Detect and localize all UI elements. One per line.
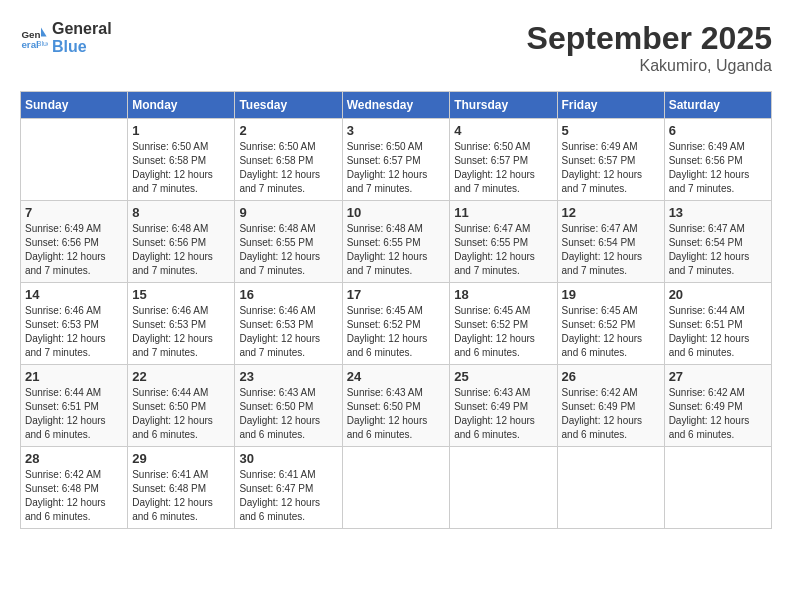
calendar-week-row: 1Sunrise: 6:50 AM Sunset: 6:58 PM Daylig…: [21, 119, 772, 201]
day-info: Sunrise: 6:44 AM Sunset: 6:50 PM Dayligh…: [132, 386, 230, 442]
day-info: Sunrise: 6:42 AM Sunset: 6:48 PM Dayligh…: [25, 468, 123, 524]
day-info: Sunrise: 6:43 AM Sunset: 6:50 PM Dayligh…: [239, 386, 337, 442]
day-info: Sunrise: 6:45 AM Sunset: 6:52 PM Dayligh…: [562, 304, 660, 360]
day-number: 24: [347, 369, 446, 384]
day-number: 18: [454, 287, 552, 302]
day-number: 15: [132, 287, 230, 302]
calendar-cell: 20Sunrise: 6:44 AM Sunset: 6:51 PM Dayli…: [664, 283, 771, 365]
logo-line1: General: [52, 20, 112, 38]
day-info: Sunrise: 6:50 AM Sunset: 6:58 PM Dayligh…: [239, 140, 337, 196]
calendar-cell: [664, 447, 771, 529]
calendar-cell: [450, 447, 557, 529]
logo-icon: Gen eral Blue: [20, 24, 48, 52]
page-header: Gen eral Blue General Blue September 202…: [20, 20, 772, 75]
day-number: 1: [132, 123, 230, 138]
month-title: September 2025: [527, 20, 772, 57]
day-info: Sunrise: 6:42 AM Sunset: 6:49 PM Dayligh…: [562, 386, 660, 442]
day-info: Sunrise: 6:46 AM Sunset: 6:53 PM Dayligh…: [25, 304, 123, 360]
calendar-week-row: 14Sunrise: 6:46 AM Sunset: 6:53 PM Dayli…: [21, 283, 772, 365]
calendar-cell: 26Sunrise: 6:42 AM Sunset: 6:49 PM Dayli…: [557, 365, 664, 447]
calendar-week-row: 7Sunrise: 6:49 AM Sunset: 6:56 PM Daylig…: [21, 201, 772, 283]
calendar-cell: 18Sunrise: 6:45 AM Sunset: 6:52 PM Dayli…: [450, 283, 557, 365]
day-number: 14: [25, 287, 123, 302]
weekday-header-wednesday: Wednesday: [342, 92, 450, 119]
day-number: 8: [132, 205, 230, 220]
day-info: Sunrise: 6:49 AM Sunset: 6:56 PM Dayligh…: [669, 140, 767, 196]
day-number: 23: [239, 369, 337, 384]
calendar-cell: 23Sunrise: 6:43 AM Sunset: 6:50 PM Dayli…: [235, 365, 342, 447]
day-number: 6: [669, 123, 767, 138]
day-info: Sunrise: 6:48 AM Sunset: 6:55 PM Dayligh…: [239, 222, 337, 278]
location-subtitle: Kakumiro, Uganda: [527, 57, 772, 75]
calendar-cell: 12Sunrise: 6:47 AM Sunset: 6:54 PM Dayli…: [557, 201, 664, 283]
day-info: Sunrise: 6:47 AM Sunset: 6:55 PM Dayligh…: [454, 222, 552, 278]
day-number: 28: [25, 451, 123, 466]
calendar-cell: 13Sunrise: 6:47 AM Sunset: 6:54 PM Dayli…: [664, 201, 771, 283]
day-number: 21: [25, 369, 123, 384]
day-info: Sunrise: 6:47 AM Sunset: 6:54 PM Dayligh…: [562, 222, 660, 278]
calendar-cell: 25Sunrise: 6:43 AM Sunset: 6:49 PM Dayli…: [450, 365, 557, 447]
weekday-header-saturday: Saturday: [664, 92, 771, 119]
weekday-header-friday: Friday: [557, 92, 664, 119]
day-number: 17: [347, 287, 446, 302]
calendar-cell: 24Sunrise: 6:43 AM Sunset: 6:50 PM Dayli…: [342, 365, 450, 447]
day-info: Sunrise: 6:50 AM Sunset: 6:58 PM Dayligh…: [132, 140, 230, 196]
calendar-table: SundayMondayTuesdayWednesdayThursdayFrid…: [20, 91, 772, 529]
day-number: 5: [562, 123, 660, 138]
weekday-header-thursday: Thursday: [450, 92, 557, 119]
day-info: Sunrise: 6:41 AM Sunset: 6:47 PM Dayligh…: [239, 468, 337, 524]
calendar-cell: 1Sunrise: 6:50 AM Sunset: 6:58 PM Daylig…: [128, 119, 235, 201]
day-number: 10: [347, 205, 446, 220]
day-info: Sunrise: 6:43 AM Sunset: 6:49 PM Dayligh…: [454, 386, 552, 442]
calendar-cell: 30Sunrise: 6:41 AM Sunset: 6:47 PM Dayli…: [235, 447, 342, 529]
weekday-header-row: SundayMondayTuesdayWednesdayThursdayFrid…: [21, 92, 772, 119]
calendar-cell: 14Sunrise: 6:46 AM Sunset: 6:53 PM Dayli…: [21, 283, 128, 365]
calendar-week-row: 21Sunrise: 6:44 AM Sunset: 6:51 PM Dayli…: [21, 365, 772, 447]
day-info: Sunrise: 6:45 AM Sunset: 6:52 PM Dayligh…: [347, 304, 446, 360]
calendar-cell: [557, 447, 664, 529]
day-number: 12: [562, 205, 660, 220]
day-info: Sunrise: 6:45 AM Sunset: 6:52 PM Dayligh…: [454, 304, 552, 360]
calendar-cell: 16Sunrise: 6:46 AM Sunset: 6:53 PM Dayli…: [235, 283, 342, 365]
calendar-cell: 17Sunrise: 6:45 AM Sunset: 6:52 PM Dayli…: [342, 283, 450, 365]
day-number: 9: [239, 205, 337, 220]
day-number: 4: [454, 123, 552, 138]
day-info: Sunrise: 6:48 AM Sunset: 6:56 PM Dayligh…: [132, 222, 230, 278]
calendar-cell: 15Sunrise: 6:46 AM Sunset: 6:53 PM Dayli…: [128, 283, 235, 365]
day-info: Sunrise: 6:44 AM Sunset: 6:51 PM Dayligh…: [669, 304, 767, 360]
day-number: 27: [669, 369, 767, 384]
calendar-cell: 11Sunrise: 6:47 AM Sunset: 6:55 PM Dayli…: [450, 201, 557, 283]
day-info: Sunrise: 6:41 AM Sunset: 6:48 PM Dayligh…: [132, 468, 230, 524]
calendar-cell: 8Sunrise: 6:48 AM Sunset: 6:56 PM Daylig…: [128, 201, 235, 283]
day-info: Sunrise: 6:43 AM Sunset: 6:50 PM Dayligh…: [347, 386, 446, 442]
day-number: 11: [454, 205, 552, 220]
weekday-header-sunday: Sunday: [21, 92, 128, 119]
weekday-header-tuesday: Tuesday: [235, 92, 342, 119]
day-number: 26: [562, 369, 660, 384]
day-info: Sunrise: 6:50 AM Sunset: 6:57 PM Dayligh…: [454, 140, 552, 196]
day-number: 29: [132, 451, 230, 466]
day-info: Sunrise: 6:44 AM Sunset: 6:51 PM Dayligh…: [25, 386, 123, 442]
day-number: 20: [669, 287, 767, 302]
day-number: 19: [562, 287, 660, 302]
logo: Gen eral Blue General Blue: [20, 20, 112, 55]
weekday-header-monday: Monday: [128, 92, 235, 119]
day-number: 2: [239, 123, 337, 138]
day-info: Sunrise: 6:46 AM Sunset: 6:53 PM Dayligh…: [132, 304, 230, 360]
calendar-cell: [21, 119, 128, 201]
day-number: 25: [454, 369, 552, 384]
svg-marker-2: [41, 27, 47, 36]
svg-text:Blue: Blue: [37, 40, 48, 47]
calendar-cell: 29Sunrise: 6:41 AM Sunset: 6:48 PM Dayli…: [128, 447, 235, 529]
calendar-cell: 10Sunrise: 6:48 AM Sunset: 6:55 PM Dayli…: [342, 201, 450, 283]
title-block: September 2025 Kakumiro, Uganda: [527, 20, 772, 75]
day-number: 30: [239, 451, 337, 466]
calendar-week-row: 28Sunrise: 6:42 AM Sunset: 6:48 PM Dayli…: [21, 447, 772, 529]
calendar-cell: 5Sunrise: 6:49 AM Sunset: 6:57 PM Daylig…: [557, 119, 664, 201]
calendar-cell: 9Sunrise: 6:48 AM Sunset: 6:55 PM Daylig…: [235, 201, 342, 283]
calendar-cell: 21Sunrise: 6:44 AM Sunset: 6:51 PM Dayli…: [21, 365, 128, 447]
calendar-cell: 3Sunrise: 6:50 AM Sunset: 6:57 PM Daylig…: [342, 119, 450, 201]
day-info: Sunrise: 6:48 AM Sunset: 6:55 PM Dayligh…: [347, 222, 446, 278]
calendar-body: 1Sunrise: 6:50 AM Sunset: 6:58 PM Daylig…: [21, 119, 772, 529]
day-info: Sunrise: 6:46 AM Sunset: 6:53 PM Dayligh…: [239, 304, 337, 360]
